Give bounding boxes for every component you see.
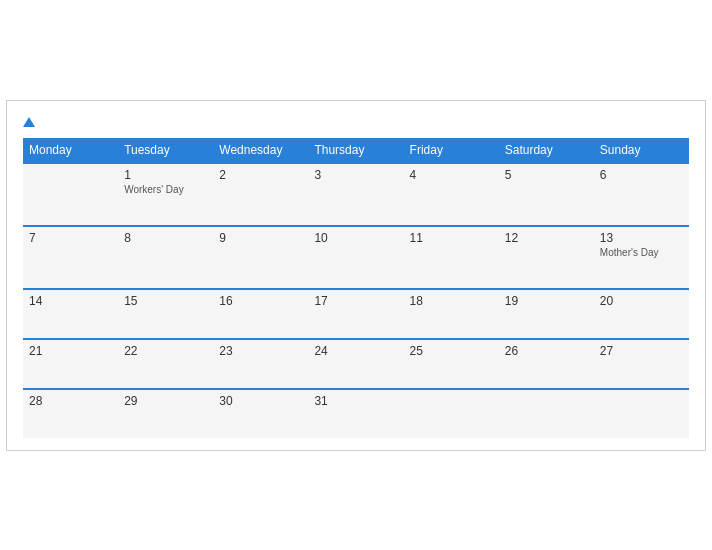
day-number: 22 [124,344,207,358]
calendar-cell: 6 [594,163,689,226]
calendar-cell: 11 [404,226,499,289]
calendar-cell: 17 [308,289,403,339]
calendar-cell: 8 [118,226,213,289]
calendar-cell: 9 [213,226,308,289]
weekday-header-thursday: Thursday [308,138,403,163]
calendar-cell [23,163,118,226]
holiday-label: Workers' Day [124,184,207,195]
day-number: 2 [219,168,302,182]
calendar-cell: 1Workers' Day [118,163,213,226]
calendar-cell: 23 [213,339,308,389]
calendar-cell: 3 [308,163,403,226]
calendar-cell: 2 [213,163,308,226]
calendar-cell: 25 [404,339,499,389]
calendar-cell: 16 [213,289,308,339]
weekday-header-friday: Friday [404,138,499,163]
day-number: 12 [505,231,588,245]
calendar-container: MondayTuesdayWednesdayThursdayFridaySatu… [6,100,706,451]
day-number: 30 [219,394,302,408]
weekday-header-row: MondayTuesdayWednesdayThursdayFridaySatu… [23,138,689,163]
day-number: 19 [505,294,588,308]
day-number: 24 [314,344,397,358]
calendar-cell: 19 [499,289,594,339]
calendar-cell: 12 [499,226,594,289]
weekday-header-wednesday: Wednesday [213,138,308,163]
calendar-cell: 30 [213,389,308,438]
calendar-cell: 4 [404,163,499,226]
day-number: 21 [29,344,112,358]
day-number: 3 [314,168,397,182]
holiday-label: Mother's Day [600,247,683,258]
day-number: 9 [219,231,302,245]
calendar-cell: 31 [308,389,403,438]
week-row-5: 28293031 [23,389,689,438]
day-number: 28 [29,394,112,408]
logo [23,117,37,128]
day-number: 26 [505,344,588,358]
calendar-cell: 15 [118,289,213,339]
weekday-header-tuesday: Tuesday [118,138,213,163]
day-number: 20 [600,294,683,308]
calendar-cell: 24 [308,339,403,389]
calendar-cell: 28 [23,389,118,438]
week-row-1: 1Workers' Day23456 [23,163,689,226]
calendar-cell: 29 [118,389,213,438]
day-number: 4 [410,168,493,182]
calendar-cell: 22 [118,339,213,389]
weekday-header-monday: Monday [23,138,118,163]
day-number: 1 [124,168,207,182]
logo-blue-text [23,117,37,128]
day-number: 16 [219,294,302,308]
calendar-cell [594,389,689,438]
day-number: 15 [124,294,207,308]
day-number: 14 [29,294,112,308]
calendar-cell [499,389,594,438]
calendar-cell: 13Mother's Day [594,226,689,289]
day-number: 7 [29,231,112,245]
week-row-3: 14151617181920 [23,289,689,339]
day-number: 18 [410,294,493,308]
day-number: 27 [600,344,683,358]
day-number: 17 [314,294,397,308]
calendar-cell: 27 [594,339,689,389]
calendar-cell: 14 [23,289,118,339]
day-number: 10 [314,231,397,245]
calendar-cell: 26 [499,339,594,389]
calendar-cell: 21 [23,339,118,389]
weekday-header-saturday: Saturday [499,138,594,163]
calendar-cell [404,389,499,438]
weekday-header-sunday: Sunday [594,138,689,163]
day-number: 8 [124,231,207,245]
day-number: 25 [410,344,493,358]
day-number: 13 [600,231,683,245]
week-row-4: 21222324252627 [23,339,689,389]
day-number: 31 [314,394,397,408]
day-number: 6 [600,168,683,182]
day-number: 23 [219,344,302,358]
calendar-cell: 10 [308,226,403,289]
logo-triangle-icon [23,117,35,127]
week-row-2: 78910111213Mother's Day [23,226,689,289]
calendar-grid: MondayTuesdayWednesdayThursdayFridaySatu… [23,138,689,438]
calendar-cell: 7 [23,226,118,289]
day-number: 5 [505,168,588,182]
calendar-cell: 18 [404,289,499,339]
calendar-cell: 5 [499,163,594,226]
calendar-header [23,117,689,128]
calendar-cell: 20 [594,289,689,339]
day-number: 29 [124,394,207,408]
day-number: 11 [410,231,493,245]
